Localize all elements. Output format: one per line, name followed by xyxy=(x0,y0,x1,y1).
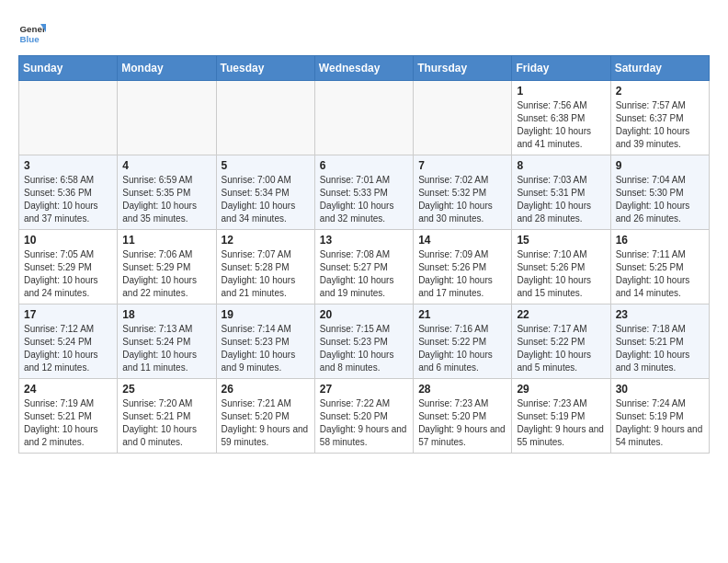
day-number: 7 xyxy=(418,159,506,172)
day-number: 16 xyxy=(616,234,704,247)
day-detail: Sunrise: 6:58 AM Sunset: 5:36 PM Dayligh… xyxy=(24,174,112,225)
day-detail: Sunrise: 7:17 AM Sunset: 5:22 PM Dayligh… xyxy=(517,323,605,374)
calendar-cell: 19Sunrise: 7:14 AM Sunset: 5:23 PM Dayli… xyxy=(216,304,314,379)
calendar-cell: 20Sunrise: 7:15 AM Sunset: 5:23 PM Dayli… xyxy=(314,304,413,379)
logo-icon: General Blue xyxy=(18,18,46,46)
calendar-cell: 5Sunrise: 7:00 AM Sunset: 5:34 PM Daylig… xyxy=(216,155,314,230)
day-detail: Sunrise: 7:05 AM Sunset: 5:29 PM Dayligh… xyxy=(24,248,112,300)
logo: General Blue xyxy=(18,18,46,46)
day-detail: Sunrise: 7:12 AM Sunset: 5:24 PM Dayligh… xyxy=(24,323,112,374)
calendar-cell: 10Sunrise: 7:05 AM Sunset: 5:29 PM Dayli… xyxy=(19,230,118,304)
day-number: 14 xyxy=(418,234,506,247)
calendar-table: SundayMondayTuesdayWednesdayThursdayFrid… xyxy=(18,55,710,454)
calendar-body: 1Sunrise: 7:56 AM Sunset: 6:38 PM Daylig… xyxy=(19,81,710,454)
day-detail: Sunrise: 7:10 AM Sunset: 5:26 PM Dayligh… xyxy=(517,248,605,300)
calendar-cell: 16Sunrise: 7:11 AM Sunset: 5:25 PM Dayli… xyxy=(610,230,709,304)
calendar-cell xyxy=(314,81,413,155)
day-detail: Sunrise: 7:14 AM Sunset: 5:23 PM Dayligh… xyxy=(222,323,310,374)
day-detail: Sunrise: 7:21 AM Sunset: 5:20 PM Dayligh… xyxy=(222,397,310,449)
day-detail: Sunrise: 7:57 AM Sunset: 6:37 PM Dayligh… xyxy=(616,99,704,151)
day-detail: Sunrise: 7:07 AM Sunset: 5:28 PM Dayligh… xyxy=(222,248,310,300)
day-detail: Sunrise: 7:01 AM Sunset: 5:33 PM Dayligh… xyxy=(320,174,408,225)
day-number: 11 xyxy=(122,234,210,247)
svg-text:Blue: Blue xyxy=(20,34,40,44)
day-detail: Sunrise: 7:19 AM Sunset: 5:21 PM Dayligh… xyxy=(24,397,112,449)
page-header: General Blue xyxy=(18,18,710,46)
calendar-cell: 27Sunrise: 7:22 AM Sunset: 5:20 PM Dayli… xyxy=(314,379,413,454)
calendar-cell: 25Sunrise: 7:20 AM Sunset: 5:21 PM Dayli… xyxy=(118,379,216,454)
day-number: 15 xyxy=(517,234,605,247)
calendar-cell: 15Sunrise: 7:10 AM Sunset: 5:26 PM Dayli… xyxy=(512,230,610,304)
day-number: 8 xyxy=(517,159,605,172)
day-detail: Sunrise: 7:08 AM Sunset: 5:27 PM Dayligh… xyxy=(320,248,408,300)
day-number: 21 xyxy=(418,308,506,321)
day-number: 27 xyxy=(320,383,408,396)
day-number: 29 xyxy=(517,383,605,396)
calendar-header-thursday: Thursday xyxy=(414,56,512,81)
calendar-cell: 22Sunrise: 7:17 AM Sunset: 5:22 PM Dayli… xyxy=(512,304,610,379)
day-detail: Sunrise: 7:03 AM Sunset: 5:31 PM Dayligh… xyxy=(517,174,605,225)
calendar-cell xyxy=(216,81,314,155)
day-detail: Sunrise: 7:16 AM Sunset: 5:22 PM Dayligh… xyxy=(418,323,506,374)
calendar-cell: 24Sunrise: 7:19 AM Sunset: 5:21 PM Dayli… xyxy=(19,379,118,454)
calendar-cell: 2Sunrise: 7:57 AM Sunset: 6:37 PM Daylig… xyxy=(610,81,709,155)
day-detail: Sunrise: 7:18 AM Sunset: 5:21 PM Dayligh… xyxy=(616,323,704,374)
day-detail: Sunrise: 7:09 AM Sunset: 5:26 PM Dayligh… xyxy=(418,248,506,300)
calendar-week-1: 1Sunrise: 7:56 AM Sunset: 6:38 PM Daylig… xyxy=(19,81,710,155)
day-number: 23 xyxy=(616,308,704,321)
day-number: 26 xyxy=(222,383,310,396)
calendar-cell: 9Sunrise: 7:04 AM Sunset: 5:30 PM Daylig… xyxy=(610,155,709,230)
calendar-week-4: 17Sunrise: 7:12 AM Sunset: 5:24 PM Dayli… xyxy=(19,304,710,379)
day-number: 6 xyxy=(320,159,408,172)
calendar-cell: 6Sunrise: 7:01 AM Sunset: 5:33 PM Daylig… xyxy=(314,155,413,230)
calendar-cell: 26Sunrise: 7:21 AM Sunset: 5:20 PM Dayli… xyxy=(216,379,314,454)
day-number: 17 xyxy=(24,308,112,321)
calendar-cell: 18Sunrise: 7:13 AM Sunset: 5:24 PM Dayli… xyxy=(118,304,216,379)
calendar-cell: 12Sunrise: 7:07 AM Sunset: 5:28 PM Dayli… xyxy=(216,230,314,304)
day-number: 18 xyxy=(122,308,210,321)
calendar-cell: 1Sunrise: 7:56 AM Sunset: 6:38 PM Daylig… xyxy=(512,81,610,155)
calendar-cell xyxy=(19,81,118,155)
day-number: 24 xyxy=(24,383,112,396)
day-number: 25 xyxy=(122,383,210,396)
day-number: 28 xyxy=(418,383,506,396)
calendar-cell: 17Sunrise: 7:12 AM Sunset: 5:24 PM Dayli… xyxy=(19,304,118,379)
day-number: 9 xyxy=(616,159,704,172)
calendar-cell: 8Sunrise: 7:03 AM Sunset: 5:31 PM Daylig… xyxy=(512,155,610,230)
calendar-cell xyxy=(414,81,512,155)
calendar-header-friday: Friday xyxy=(512,56,610,81)
day-detail: Sunrise: 7:15 AM Sunset: 5:23 PM Dayligh… xyxy=(320,323,408,374)
day-number: 5 xyxy=(222,159,310,172)
calendar-cell: 4Sunrise: 6:59 AM Sunset: 5:35 PM Daylig… xyxy=(118,155,216,230)
day-number: 2 xyxy=(616,85,704,98)
day-detail: Sunrise: 7:22 AM Sunset: 5:20 PM Dayligh… xyxy=(320,397,408,449)
calendar-cell: 11Sunrise: 7:06 AM Sunset: 5:29 PM Dayli… xyxy=(118,230,216,304)
day-detail: Sunrise: 7:11 AM Sunset: 5:25 PM Dayligh… xyxy=(616,248,704,300)
calendar-cell: 3Sunrise: 6:58 AM Sunset: 5:36 PM Daylig… xyxy=(19,155,118,230)
calendar-header-tuesday: Tuesday xyxy=(216,56,314,81)
day-detail: Sunrise: 7:00 AM Sunset: 5:34 PM Dayligh… xyxy=(222,174,310,225)
calendar-cell xyxy=(118,81,216,155)
day-detail: Sunrise: 7:02 AM Sunset: 5:32 PM Dayligh… xyxy=(418,174,506,225)
day-number: 10 xyxy=(24,234,112,247)
day-detail: Sunrise: 7:24 AM Sunset: 5:19 PM Dayligh… xyxy=(616,397,704,449)
calendar-cell: 23Sunrise: 7:18 AM Sunset: 5:21 PM Dayli… xyxy=(610,304,709,379)
day-number: 12 xyxy=(222,234,310,247)
day-detail: Sunrise: 7:13 AM Sunset: 5:24 PM Dayligh… xyxy=(122,323,210,374)
calendar-week-5: 24Sunrise: 7:19 AM Sunset: 5:21 PM Dayli… xyxy=(19,379,710,454)
day-number: 4 xyxy=(122,159,210,172)
calendar-cell: 28Sunrise: 7:23 AM Sunset: 5:20 PM Dayli… xyxy=(414,379,512,454)
calendar-header-row: SundayMondayTuesdayWednesdayThursdayFrid… xyxy=(19,56,710,81)
day-number: 19 xyxy=(222,308,310,321)
day-detail: Sunrise: 7:06 AM Sunset: 5:29 PM Dayligh… xyxy=(122,248,210,300)
day-number: 30 xyxy=(616,383,704,396)
day-number: 13 xyxy=(320,234,408,247)
calendar-cell: 30Sunrise: 7:24 AM Sunset: 5:19 PM Dayli… xyxy=(610,379,709,454)
calendar-week-3: 10Sunrise: 7:05 AM Sunset: 5:29 PM Dayli… xyxy=(19,230,710,304)
calendar-cell: 21Sunrise: 7:16 AM Sunset: 5:22 PM Dayli… xyxy=(414,304,512,379)
calendar-cell: 7Sunrise: 7:02 AM Sunset: 5:32 PM Daylig… xyxy=(414,155,512,230)
calendar-cell: 29Sunrise: 7:23 AM Sunset: 5:19 PM Dayli… xyxy=(512,379,610,454)
calendar-header-saturday: Saturday xyxy=(610,56,709,81)
calendar-cell: 13Sunrise: 7:08 AM Sunset: 5:27 PM Dayli… xyxy=(314,230,413,304)
day-detail: Sunrise: 7:23 AM Sunset: 5:20 PM Dayligh… xyxy=(418,397,506,449)
